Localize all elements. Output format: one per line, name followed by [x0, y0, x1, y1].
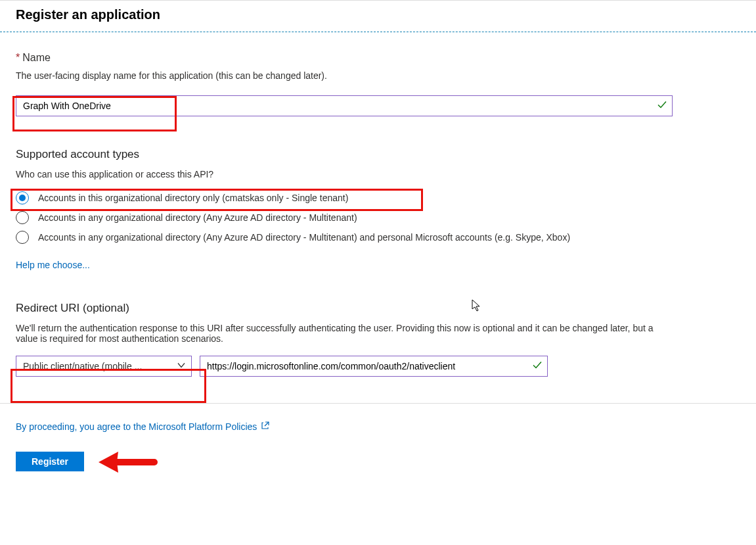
account-types-radio-list: Accounts in this organizational director…: [16, 191, 740, 244]
chevron-down-icon: [177, 361, 186, 372]
help-me-choose-link[interactable]: Help me choose...: [16, 260, 90, 270]
account-type-option-multitenant[interactable]: Accounts in any organizational directory…: [16, 211, 740, 224]
redirect-uri-section: Redirect URI (optional) We'll return the…: [16, 302, 740, 377]
name-label: * Name: [16, 52, 740, 64]
checkmark-icon: [532, 360, 543, 373]
required-star: *: [16, 52, 20, 64]
account-types-heading: Supported account types: [16, 148, 740, 161]
radio-icon: [16, 211, 29, 224]
name-label-text: Name: [22, 52, 51, 64]
application-name-input[interactable]: [16, 95, 673, 116]
account-types-description: Who can use this application or access t…: [16, 169, 740, 179]
platform-policies-text: By proceeding, you agree to the Microsof…: [16, 421, 257, 432]
platform-select-value: Public client/native (mobile ...: [23, 361, 142, 371]
redirect-uri-input[interactable]: [200, 356, 548, 377]
account-types-section: Supported account types Who can use this…: [16, 148, 740, 270]
account-type-option-multitenant-personal[interactable]: Accounts in any organizational directory…: [16, 231, 740, 244]
platform-type-select[interactable]: Public client/native (mobile ...: [16, 356, 192, 377]
register-button[interactable]: Register: [16, 452, 84, 471]
radio-label: Accounts in this organizational director…: [38, 193, 348, 203]
dashed-divider: [0, 32, 756, 32]
name-description: The user-facing display name for this ap…: [16, 70, 740, 81]
redirect-uri-description: We'll return the authentication response…: [16, 323, 673, 344]
page-title: Register an application: [16, 7, 740, 22]
radio-label: Accounts in any organizational directory…: [38, 232, 570, 243]
checkmark-icon: [657, 100, 667, 112]
footer-separator: [0, 403, 756, 404]
account-type-option-single-tenant[interactable]: Accounts in this organizational director…: [16, 191, 740, 204]
radio-icon: [16, 231, 29, 244]
platform-policies-link[interactable]: By proceeding, you agree to the Microsof…: [16, 421, 270, 432]
radio-icon: [16, 191, 29, 204]
external-link-icon: [261, 421, 270, 432]
redirect-uri-heading: Redirect URI (optional): [16, 302, 740, 315]
radio-label: Accounts in any organizational directory…: [38, 212, 357, 223]
name-section: * Name The user-facing display name for …: [16, 52, 740, 116]
